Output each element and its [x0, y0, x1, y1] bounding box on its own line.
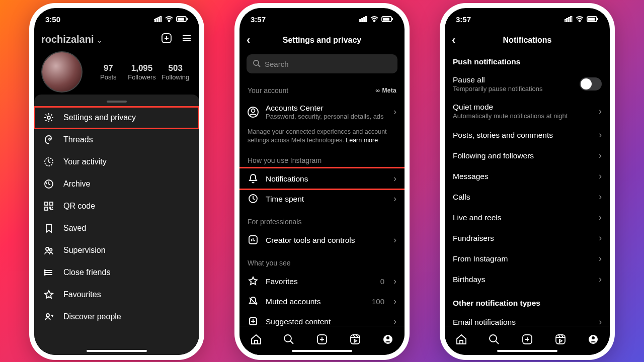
svg-rect-3: [160, 17, 162, 22]
back-button[interactable]: ‹: [452, 34, 455, 47]
username[interactable]: rochizalani: [41, 34, 94, 45]
chart-icon: [248, 234, 259, 245]
row-messages[interactable]: Messages›: [445, 166, 610, 187]
svg-point-39: [386, 336, 389, 339]
menu-label: Archive: [63, 179, 90, 189]
svg-point-17: [44, 270, 45, 271]
row-quiet-mode[interactable]: Quiet modeAutomatically mute notificatio…: [445, 98, 610, 125]
tab-profile[interactable]: [382, 333, 394, 348]
menu-qr[interactable]: QR code: [34, 195, 199, 217]
menu-archive[interactable]: Archive: [34, 173, 199, 195]
search-icon: [253, 59, 261, 69]
profile-header: rochizalani ⌄ 97Posts 1,095Followers 503…: [34, 30, 199, 97]
menu-threads[interactable]: Threads: [34, 129, 199, 151]
row-muted[interactable]: Muted accounts 100 ›: [239, 291, 405, 311]
menu-label: Supervision: [63, 246, 106, 255]
status-bar: 3:57: [239, 8, 405, 30]
svg-rect-47: [597, 18, 598, 20]
menu-star[interactable]: Favourites: [34, 284, 199, 306]
menu-label: Your activity: [63, 157, 107, 166]
row-fundraisers[interactable]: Fundraisers›: [445, 228, 610, 248]
close-friends-icon: [43, 267, 54, 278]
row-suggested[interactable]: Suggested content ›: [239, 311, 405, 326]
back-button[interactable]: ‹: [247, 34, 250, 47]
create-icon[interactable]: [161, 33, 172, 46]
svg-point-4: [169, 21, 170, 22]
bell-off-icon: [248, 296, 259, 307]
phone-profile-menu: 3:50 rochizalani ⌄ 97Posts 1,095Follower…: [29, 3, 204, 360]
menu-supervision[interactable]: Supervision: [34, 239, 199, 261]
menu-label: QR code: [63, 202, 95, 211]
chevron-right-icon: ›: [599, 106, 602, 117]
row-birthdays[interactable]: Birthdays›: [445, 269, 610, 290]
status-indicators: [154, 15, 188, 24]
tab-create[interactable]: [316, 333, 328, 348]
svg-rect-24: [365, 17, 367, 22]
row-notifications[interactable]: Notifications ›: [239, 168, 405, 189]
row-following-and-followers[interactable]: Following and followers›: [445, 145, 610, 166]
menu-gear[interactable]: Settings and privacy: [34, 107, 199, 129]
sheet-handle[interactable]: [107, 101, 127, 103]
stat-posts[interactable]: 97Posts: [92, 63, 125, 81]
row-time-spent[interactable]: Time spent ›: [239, 189, 405, 209]
menu-activity[interactable]: Your activity: [34, 151, 199, 173]
row-favorites[interactable]: Favorites 0 ›: [239, 271, 405, 291]
status-indicators: [359, 15, 393, 24]
svg-point-19: [44, 274, 45, 275]
row-posts-stories-and-comments[interactable]: Posts, stories and comments›: [445, 125, 610, 145]
accounts-center-note: Manage your connected experiences and ac…: [239, 126, 405, 148]
tab-profile[interactable]: [587, 333, 599, 348]
dual-sim-icon: [154, 15, 162, 24]
svg-rect-42: [569, 18, 570, 22]
svg-point-18: [44, 272, 45, 273]
chevron-right-icon: ›: [393, 194, 396, 204]
tab-search[interactable]: [283, 333, 295, 348]
row-creator-tools[interactable]: Creator tools and controls ›: [239, 230, 405, 250]
row-email-notifications[interactable]: Email notifications ›: [445, 312, 610, 326]
avatar[interactable]: [41, 51, 83, 93]
account-icon: [248, 107, 259, 118]
search-input[interactable]: Search: [247, 54, 397, 73]
chevron-right-icon: ›: [393, 296, 396, 307]
tab-reels[interactable]: [554, 333, 567, 348]
star-icon: [248, 276, 259, 287]
row-pause-all[interactable]: Pause allTemporarily pause notifications: [445, 70, 610, 98]
chevron-right-icon: ›: [599, 171, 602, 182]
svg-rect-21: [359, 20, 361, 22]
meta-brand: ∞Meta: [376, 87, 396, 94]
activity-icon: [43, 156, 54, 167]
tab-home[interactable]: [250, 333, 262, 348]
row-accounts-center[interactable]: Accounts CenterPassword, security, perso…: [239, 99, 405, 126]
row-calls[interactable]: Calls›: [445, 187, 610, 207]
menu-close-friends[interactable]: Close friends: [34, 261, 199, 284]
menu-saved[interactable]: Saved: [34, 217, 199, 239]
chevron-right-icon: ›: [599, 192, 602, 202]
status-time: 3:57: [251, 15, 266, 24]
chevron-down-icon[interactable]: ⌄: [96, 36, 103, 44]
tab-home[interactable]: [455, 333, 467, 348]
svg-rect-27: [383, 18, 389, 21]
pause-all-toggle[interactable]: [580, 77, 602, 90]
svg-rect-0: [154, 20, 155, 22]
tab-reels[interactable]: [349, 333, 361, 348]
chevron-right-icon: ›: [393, 107, 396, 117]
row-live-and-reels[interactable]: Live and reels›: [445, 207, 610, 228]
tab-search[interactable]: [488, 333, 500, 348]
section-how-you-use: How you use Instagram: [239, 147, 405, 168]
svg-rect-13: [50, 202, 53, 205]
hamburger-icon[interactable]: [181, 33, 192, 46]
learn-more-link[interactable]: Learn more: [346, 137, 378, 144]
chevron-right-icon: ›: [599, 274, 602, 285]
stat-following[interactable]: 503Following: [158, 63, 192, 81]
home-indicator: [87, 350, 147, 352]
tab-create[interactable]: [521, 333, 533, 348]
stat-followers[interactable]: 1,095Followers: [125, 63, 159, 81]
svg-rect-1: [156, 19, 157, 22]
menu-label: Settings and privacy: [63, 113, 136, 122]
section-professionals: For professionals: [239, 209, 405, 230]
bottom-sheet-menu: Settings and privacyThreadsYour activity…: [34, 95, 199, 355]
chevron-right-icon: ›: [393, 316, 396, 326]
row-from-instagram[interactable]: From Instagram›: [445, 248, 610, 269]
chevron-right-icon: ›: [393, 276, 396, 287]
menu-discover[interactable]: Discover people: [34, 306, 199, 328]
